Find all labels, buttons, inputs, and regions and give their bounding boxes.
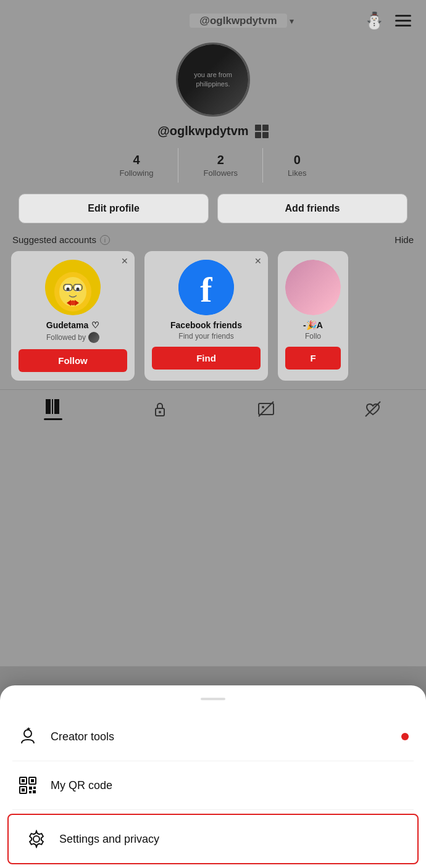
partial-name: -🎉A (303, 320, 323, 330)
tab-image-off[interactable] (257, 400, 275, 418)
suggested-account-gudetama: ✕ (11, 251, 135, 381)
username-display: @oglkwpdytvm (157, 124, 248, 138)
info-icon[interactable]: i (100, 235, 110, 245)
grid-icon (44, 397, 62, 416)
divider-2 (12, 809, 414, 810)
creator-tools-label: Creator tools (51, 730, 114, 743)
lock-icon (151, 400, 169, 418)
close-gudetama-button[interactable]: ✕ (121, 256, 128, 266)
bottom-tabs (0, 389, 426, 428)
action-buttons: Edit profile Add friends (0, 194, 426, 223)
tab-lock[interactable] (151, 400, 169, 418)
likes-label: Likes (288, 168, 306, 178)
facebook-avatar: f (178, 260, 234, 315)
image-off-icon (257, 400, 275, 418)
following-stat[interactable]: 4 Following (95, 148, 179, 183)
settings-privacy-item[interactable]: Settings and privacy (7, 814, 419, 864)
svg-rect-26 (22, 779, 25, 782)
glasses-icon[interactable]: ⛄️ (364, 11, 384, 30)
likes-count: 0 (294, 153, 301, 167)
avatar-section: you are from philippines. (0, 43, 426, 117)
svg-rect-31 (29, 787, 32, 790)
qr-code-icon[interactable] (255, 125, 269, 138)
my-qr-code-label: My QR code (51, 779, 112, 792)
sheet-handle (201, 698, 225, 700)
follower-avatar (88, 332, 99, 343)
following-count: 4 (133, 153, 140, 167)
tab-heart-off[interactable] (364, 400, 382, 418)
follow-gudetama-button[interactable]: Follow (19, 349, 127, 372)
tab-active-indicator (44, 418, 62, 420)
creator-tools-icon (17, 726, 38, 747)
tab-grid[interactable] (44, 397, 62, 420)
qr-code-item-icon (17, 775, 38, 796)
svg-rect-15 (52, 399, 53, 414)
suggested-title: Suggested accounts i (12, 234, 110, 245)
stats-row: 4 Following 2 Followers 0 Likes (0, 148, 426, 183)
bottom-sheet: Creator tools My QR code (0, 685, 426, 868)
avatar[interactable]: you are from philippines. (176, 43, 250, 117)
svg-rect-34 (33, 790, 36, 793)
svg-rect-14 (46, 399, 51, 414)
settings-icon (26, 829, 47, 849)
suggested-account-facebook: ✕ f Facebook friends Find your friends F… (144, 251, 268, 381)
followers-count: 2 (217, 153, 224, 167)
svg-point-21 (262, 406, 264, 408)
following-label: Following (120, 168, 154, 178)
suggested-header: Suggested accounts i Hide (0, 223, 426, 251)
gudetama-avatar (45, 260, 101, 315)
facebook-avatar-image: f (178, 260, 234, 315)
top-bar-icons: ⛄️ (364, 11, 411, 30)
likes-stat[interactable]: 0 Likes (263, 148, 331, 183)
creator-tools-notification-dot (401, 733, 409, 740)
username-row: @oglkwpdytvm (0, 124, 426, 138)
accounts-carousel: ✕ (0, 251, 426, 381)
svg-rect-28 (31, 779, 34, 782)
svg-point-35 (33, 836, 40, 842)
creator-tools-item[interactable]: Creator tools (0, 713, 426, 761)
svg-rect-16 (54, 399, 59, 414)
svg-point-23 (24, 730, 31, 737)
heart-off-icon (364, 400, 382, 418)
svg-rect-30 (22, 788, 25, 792)
my-qr-code-item[interactable]: My QR code (0, 761, 426, 809)
heart-icon: ♡ (91, 320, 99, 330)
partial-avatar-image (285, 260, 341, 315)
svg-point-18 (159, 411, 161, 413)
close-facebook-button[interactable]: ✕ (254, 256, 262, 266)
hide-button[interactable]: Hide (395, 234, 414, 245)
partial-avatar (285, 260, 341, 315)
svg-rect-32 (33, 787, 36, 789)
svg-point-11 (70, 300, 75, 305)
add-friends-button[interactable]: Add friends (217, 194, 407, 223)
find-facebook-button[interactable]: Find (152, 347, 261, 370)
hamburger-menu-button[interactable] (395, 15, 411, 27)
gudetama-avatar-image (45, 260, 101, 315)
gudetama-name: Gudetama ♡ (46, 320, 99, 330)
follow-partial-button[interactable]: F (285, 347, 341, 370)
suggested-account-partial: -🎉A Follo F (278, 251, 348, 381)
gudetama-sub: Followed by (46, 332, 99, 343)
facebook-name: Facebook friends (170, 320, 242, 330)
followers-label: Followers (203, 168, 238, 178)
settings-privacy-label: Settings and privacy (59, 833, 159, 846)
followers-stat[interactable]: 2 Followers (178, 148, 263, 183)
top-bar: Social App Profile @oglkwpdytvm ▾ ⛄️ (0, 0, 426, 36)
facebook-sub: Find your friends (178, 332, 233, 341)
avatar-image: you are from philippines. (178, 44, 248, 115)
edit-profile-button[interactable]: Edit profile (19, 194, 209, 223)
svg-rect-33 (29, 791, 31, 793)
profile-section: Social App Profile @oglkwpdytvm ▾ ⛄️ you… (0, 0, 426, 666)
username-topbar: @oglkwpdytvm (190, 14, 286, 28)
svg-text:f: f (200, 270, 212, 310)
partial-sub: Follo (305, 332, 321, 341)
